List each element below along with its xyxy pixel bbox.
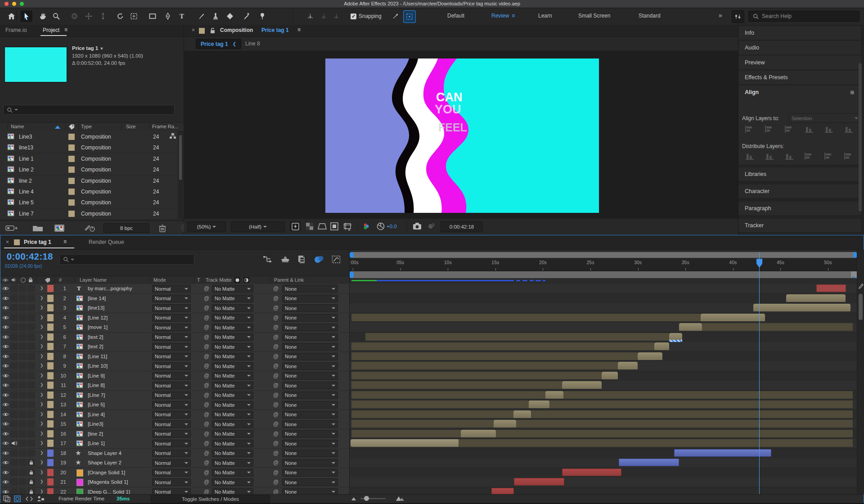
parent-pickwhip-icon[interactable]: @ (273, 353, 279, 360)
project-item-name[interactable]: Line 7 (19, 211, 34, 217)
track-matte-pickwhip-icon[interactable]: @ (204, 343, 209, 350)
video-eye-toggle[interactable] (2, 285, 9, 292)
audio-toggle[interactable] (10, 353, 18, 360)
video-eye-toggle[interactable] (2, 459, 9, 466)
blend-mode-dropdown[interactable]: Normal (152, 362, 191, 370)
track-matte-dropdown[interactable]: No Matte (212, 295, 253, 302)
column-size[interactable]: Size (126, 124, 135, 129)
parent-link-dropdown[interactable]: None (282, 401, 338, 409)
workspace-review[interactable]: Review≡ (491, 13, 515, 19)
layer-duration-bar[interactable] (351, 372, 602, 379)
parent-link-dropdown[interactable]: None (282, 392, 338, 399)
breadcrumb-current[interactable]: Price tag 1 ❮ (196, 39, 241, 49)
expand-arrow-icon[interactable]: ❯ (40, 479, 44, 484)
time-ruler[interactable]: 0:00s 05s 10s 15s 20s 25s 30s 35s 40s 45… (350, 259, 857, 271)
blend-mode-dropdown[interactable]: Normal (152, 343, 191, 351)
align-right-button[interactable] (784, 125, 800, 134)
video-eye-toggle[interactable] (2, 430, 9, 437)
layer-name[interactable]: [Line 9] (88, 373, 105, 378)
blend-mode-dropdown[interactable]: Normal (152, 401, 191, 409)
layer-row[interactable]: ❯ 9 [Line 10] Normal @ No Matte @ None (0, 361, 349, 371)
project-item[interactable]: Line3 Composition 24 (0, 131, 177, 143)
color-management-icon[interactable] (362, 222, 370, 230)
distribute-vertical-center-button[interactable] (765, 152, 780, 161)
layer-name[interactable]: by marc...pography (88, 286, 132, 291)
layer-name[interactable]: [text 2] (88, 344, 104, 349)
parent-link-dropdown[interactable]: None (282, 411, 338, 418)
layer-duration-bar[interactable] (674, 449, 771, 457)
tab-project[interactable]: Project (43, 27, 59, 33)
parent-link-dropdown[interactable]: None (282, 343, 338, 351)
layer-row[interactable]: ❯ 10 [Line 9] Normal @ No Matte @ None (0, 371, 349, 381)
exposure-shutter-icon[interactable] (377, 222, 385, 230)
work-area-start-handle[interactable] (350, 271, 354, 278)
new-composition-icon[interactable] (54, 224, 65, 232)
layer-duration-bar[interactable] (351, 410, 853, 418)
column-name[interactable]: Name (11, 124, 24, 129)
video-eye-toggle[interactable] (2, 401, 9, 408)
track-matte-pickwhip-icon[interactable]: @ (204, 324, 209, 330)
column-mode[interactable]: Mode (153, 277, 166, 283)
solo-toggle[interactable] (19, 304, 27, 311)
label-color-swatch[interactable] (68, 189, 75, 195)
comp-marker-pen-icon[interactable] (858, 283, 864, 289)
layer-name[interactable]: [Line3] (88, 421, 104, 427)
align-panel-menu-icon[interactable]: ≡ (850, 89, 854, 97)
parent-link-dropdown[interactable]: None (282, 333, 338, 341)
eraser-tool-icon[interactable] (224, 10, 236, 22)
solo-toggle[interactable] (19, 450, 27, 457)
breadcrumb-next[interactable]: Line 8 (245, 40, 260, 47)
project-panel-menu-icon[interactable]: ≡ (64, 27, 68, 33)
audio-toggle[interactable] (10, 469, 18, 476)
composition-tab-label[interactable]: Composition (220, 27, 253, 33)
video-eye-toggle[interactable] (2, 411, 9, 418)
layer-duration-bar[interactable] (619, 459, 679, 466)
lock-toggle[interactable] (27, 440, 35, 447)
label-color-swatch[interactable] (47, 401, 54, 408)
project-item[interactable]: Line 2 Composition 24 (0, 164, 177, 176)
layer-duration-bar[interactable] (654, 342, 669, 350)
audio-toggle[interactable] (10, 333, 18, 341)
project-item[interactable]: Line 1 Composition 24 (0, 153, 177, 165)
dolly-camera-tool-icon[interactable] (97, 10, 109, 22)
video-eye-toggle[interactable] (2, 295, 9, 302)
layer-name[interactable]: [Line 8] (88, 382, 105, 388)
blend-mode-dropdown[interactable]: Normal (152, 314, 191, 322)
solo-toggle[interactable] (19, 440, 27, 447)
lock-toggle[interactable] (27, 382, 35, 389)
blend-mode-dropdown[interactable]: Normal (152, 333, 191, 341)
lock-toggle[interactable] (27, 333, 35, 341)
layer-name[interactable]: Shape Layer 2 (88, 460, 122, 465)
blend-mode-dropdown[interactable]: Normal (152, 324, 191, 331)
lock-toggle[interactable] (27, 304, 35, 311)
audio-toggle[interactable] (10, 488, 18, 495)
solo-toggle[interactable] (19, 401, 27, 408)
project-item-name[interactable]: Line 2 (19, 166, 34, 173)
parent-link-dropdown[interactable]: None (282, 420, 338, 428)
lock-toggle[interactable] (27, 285, 35, 292)
expand-arrow-icon[interactable]: ❯ (40, 402, 44, 406)
puppet-pin-tool-icon[interactable] (256, 10, 268, 22)
video-eye-toggle[interactable] (2, 382, 9, 389)
layer-name[interactable]: [line 14] (88, 296, 106, 301)
render-time-pane-icon[interactable] (14, 495, 21, 502)
video-eye-toggle[interactable] (2, 343, 9, 350)
video-eye-toggle[interactable] (2, 314, 9, 321)
parent-link-dropdown[interactable]: None (282, 304, 338, 312)
solo-toggle[interactable] (19, 411, 27, 418)
track-matte-pickwhip-icon[interactable]: @ (204, 489, 209, 495)
expand-arrow-icon[interactable]: ❯ (40, 373, 44, 378)
label-color-swatch[interactable] (47, 478, 54, 486)
rotation-tool-icon[interactable] (114, 10, 126, 22)
composition-mini-flowchart-icon[interactable] (262, 255, 272, 263)
clone-stamp-tool-icon[interactable] (210, 10, 221, 22)
label-color-swatch[interactable] (47, 440, 54, 447)
breadcrumb-back-icon[interactable]: ❮ (233, 41, 236, 46)
blend-mode-dropdown[interactable]: Normal (152, 469, 191, 477)
project-item[interactable]: line 2 Composition 24 (0, 176, 177, 187)
track-matte-dropdown[interactable]: No Matte (212, 333, 253, 341)
expand-arrow-icon[interactable]: ❯ (40, 382, 44, 387)
layer-name[interactable]: [Line 10] (88, 363, 108, 369)
workspace-default[interactable]: Default (447, 13, 464, 19)
solo-toggle[interactable] (19, 324, 27, 331)
